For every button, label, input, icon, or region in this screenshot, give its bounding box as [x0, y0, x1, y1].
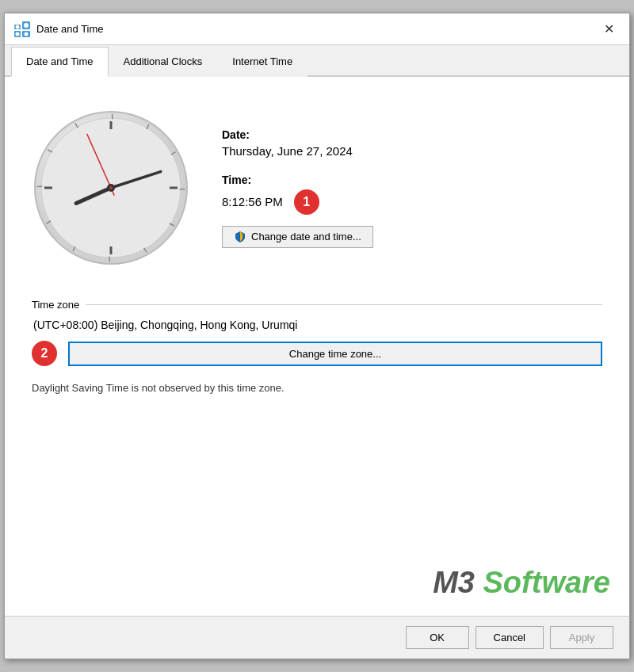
- date-label: Date:: [222, 128, 602, 141]
- apply-button[interactable]: Apply: [550, 626, 613, 649]
- window-title: Date and Time: [36, 23, 104, 35]
- title-bar: Date and Time ✕: [5, 13, 629, 45]
- timezone-btn-row: 2 Change time zone...: [32, 341, 602, 366]
- title-bar-left: Date and Time: [14, 21, 104, 37]
- tab-additional-clocks[interactable]: Additional Clocks: [109, 47, 218, 77]
- watermark-software: Software: [483, 566, 610, 599]
- timezone-title: Time zone: [32, 299, 79, 311]
- cancel-button[interactable]: Cancel: [476, 626, 544, 649]
- title-clock-icon: [14, 21, 30, 37]
- dst-text: Daylight Saving Time is not observed by …: [24, 374, 610, 402]
- time-value: 8:12:56 PM: [222, 195, 283, 208]
- main-window: Date and Time ✕ Date and Time Additional…: [4, 13, 630, 659]
- svg-point-30: [109, 186, 113, 189]
- svg-point-4: [16, 25, 20, 29]
- tab-content: Date: Thursday, June 27, 2024 Time: 8:12…: [5, 77, 629, 616]
- badge-2: 2: [32, 341, 57, 366]
- change-datetime-label: Change date and time...: [251, 231, 361, 242]
- timezone-header: Time zone: [32, 299, 602, 311]
- change-datetime-button[interactable]: Change date and time...: [222, 226, 373, 248]
- tabs-bar: Date and Time Additional Clocks Internet…: [5, 45, 629, 77]
- clock-section: Date: Thursday, June 27, 2024 Time: 8:12…: [24, 93, 610, 283]
- time-row: 8:12:56 PM 1: [222, 189, 602, 215]
- tab-internet-time[interactable]: Internet Time: [217, 47, 307, 77]
- svg-point-7: [25, 32, 29, 36]
- close-button[interactable]: ✕: [598, 18, 620, 40]
- date-time-info: Date: Thursday, June 27, 2024 Time: 8:12…: [222, 128, 602, 248]
- analog-clock: [32, 109, 190, 267]
- timezone-section: Time zone (UTC+08:00) Beijing, Chongqing…: [24, 291, 610, 366]
- date-value: Thursday, June 27, 2024: [222, 144, 602, 158]
- watermark: M3 Software: [433, 566, 610, 600]
- time-label: Time:: [222, 174, 602, 186]
- svg-point-6: [16, 32, 20, 36]
- watermark-m3: M3: [433, 566, 483, 599]
- timezone-value: (UTC+08:00) Beijing, Chongqing, Hong Kon…: [32, 319, 602, 331]
- section-divider: [86, 304, 602, 305]
- dialog-footer: OK Cancel Apply: [5, 616, 629, 659]
- tab-date-time[interactable]: Date and Time: [11, 47, 109, 77]
- badge-1: 1: [294, 189, 319, 215]
- ok-button[interactable]: OK: [406, 626, 469, 649]
- change-timezone-button[interactable]: Change time zone...: [68, 342, 602, 366]
- svg-point-5: [24, 23, 29, 28]
- shield-icon: [234, 231, 246, 243]
